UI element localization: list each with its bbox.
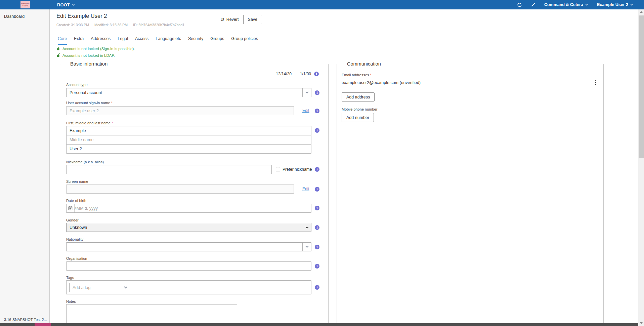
gender-label: Gender [66, 218, 79, 222]
validity-separator: – [295, 72, 297, 76]
info-icon[interactable] [315, 206, 319, 210]
middle-name-input[interactable] [66, 135, 311, 145]
full-name-label: First, middle and last name* [66, 121, 113, 125]
user-menu[interactable]: Example User 2 [597, 2, 633, 7]
gender-select[interactable]: Unknown [66, 223, 311, 232]
screen-name-edit-link[interactable]: Edit [302, 187, 309, 191]
command-menu[interactable]: Command & Cetera [544, 2, 588, 7]
dob-input[interactable] [66, 204, 311, 213]
info-icon[interactable] [315, 245, 319, 249]
tab-group-policies[interactable]: Group policies [231, 36, 258, 45]
add-tag-placeholder: Add a tag [70, 285, 121, 290]
dob-label: Date of birth [66, 199, 86, 203]
account-type-label: Account type [66, 83, 88, 87]
ldap-lock-status-text: Account is not locked in LDAP. [62, 53, 115, 57]
unlock-icon [56, 46, 60, 51]
sidebar: Dashboard 3.16-SNAPSHOT-Test-2... [0, 9, 50, 323]
info-icon[interactable] [315, 109, 319, 113]
add-number-button[interactable]: Add number [342, 113, 374, 122]
top-bar: TOP-BAR LOGO ROOT Command & Cetera Examp… [0, 0, 644, 9]
signin-edit-link[interactable]: Edit [302, 108, 309, 113]
nickname-label: Nickname (a.k.a. alias) [66, 160, 104, 164]
pencil-icon[interactable] [531, 2, 535, 7]
revert-button[interactable]: ↺ Revert [216, 15, 244, 24]
add-tag-select[interactable]: Add a tag [69, 283, 130, 292]
required-marker: * [111, 101, 113, 105]
required-marker: * [370, 73, 371, 77]
tags-field: Add a tag [66, 280, 311, 294]
scroll-down-arrow[interactable] [638, 321, 644, 326]
chevron-down-icon [72, 4, 75, 6]
top-bar-logo: TOP-BAR LOGO [20, 1, 30, 8]
calendar-icon[interactable] [67, 204, 75, 212]
triangle-down-icon [640, 322, 643, 324]
basic-information-legend: Basic information [68, 61, 110, 67]
tab-language-etc[interactable]: Language etc [156, 36, 181, 45]
top-bar-right-cluster: Command & Cetera Example User 2 [517, 0, 633, 9]
screen-name-input[interactable] [66, 185, 294, 194]
version-label: 3.16-SNAPSHOT-Test-2... [4, 318, 47, 322]
nationality-select[interactable] [66, 242, 311, 251]
account-lock-status-text: Account is not locked (Sign-in is possib… [62, 47, 135, 51]
root-menu[interactable]: ROOT [57, 0, 75, 9]
first-name-input[interactable] [66, 126, 311, 135]
chevron-down-icon [303, 227, 311, 229]
info-icon[interactable] [314, 72, 319, 76]
header-actions: ↺ Revert Save [216, 15, 262, 24]
screen-name-label: Screen name [66, 179, 88, 184]
info-icon[interactable] [315, 285, 319, 290]
modified-timestamp: Modified: 3:15:36 PM [94, 23, 128, 27]
kebab-menu-icon[interactable] [593, 80, 598, 85]
scroll-up-arrow[interactable] [638, 9, 644, 14]
logo-text-line2: LOGO [23, 5, 28, 7]
dob-field [66, 204, 311, 213]
horizontal-scrollbar[interactable] [0, 323, 638, 326]
basic-information-section: Basic information 12/14/20 – 1/1/00 Acco… [60, 64, 329, 323]
account-lock-status: Account is not locked (Sign-in is possib… [56, 46, 135, 51]
gender-value: Unknown [67, 225, 303, 230]
nickname-input[interactable] [66, 165, 272, 174]
nationality-label: Nationality [66, 237, 83, 241]
refresh-icon[interactable] [517, 2, 522, 7]
tab-extra[interactable]: Extra [74, 36, 84, 45]
prefer-nickname-checkbox[interactable] [276, 167, 280, 171]
horizontal-scrollbar-accent [35, 323, 51, 326]
tags-label: Tags [66, 276, 74, 280]
tab-legal[interactable]: Legal [118, 36, 128, 45]
organisation-input[interactable] [66, 261, 311, 271]
email-address-row: example.user2@example.com (unverified) [342, 80, 598, 89]
ldap-lock-status: Account is not locked in LDAP. [56, 53, 115, 57]
tab-security[interactable]: Security [188, 36, 203, 45]
notes-textarea[interactable] [66, 304, 237, 323]
revert-icon: ↺ [220, 17, 224, 22]
communication-legend: Communication [344, 61, 384, 67]
save-button[interactable]: Save [243, 15, 262, 24]
info-icon[interactable] [315, 167, 319, 172]
user-menu-label: Example User 2 [597, 2, 628, 7]
info-icon[interactable] [315, 264, 319, 269]
sidebar-item-dashboard[interactable]: Dashboard [0, 13, 49, 20]
account-type-select[interactable]: Personal account [66, 88, 311, 97]
sidebar-item-label: Dashboard [4, 14, 25, 19]
tab-core[interactable]: Core [58, 36, 67, 45]
vertical-scrollbar-thumb[interactable] [639, 15, 644, 158]
triangle-up-icon [640, 11, 643, 13]
tab-groups[interactable]: Groups [210, 36, 224, 45]
prefer-nickname-label: Prefer nickname [283, 167, 312, 172]
add-address-button[interactable]: Add address [342, 92, 375, 101]
last-name-input[interactable] [66, 144, 311, 154]
vertical-scrollbar[interactable] [638, 9, 644, 326]
info-icon[interactable] [315, 90, 319, 95]
info-icon[interactable] [315, 187, 319, 192]
info-icon[interactable] [315, 128, 319, 133]
chevron-down-icon [302, 88, 311, 97]
account-type-value: Personal account [67, 90, 302, 95]
tab-addresses[interactable]: Addresses [91, 36, 111, 45]
info-icon[interactable] [315, 225, 319, 230]
organisation-label: Organisation [66, 256, 87, 260]
tab-access[interactable]: Access [135, 36, 148, 45]
signin-name-input[interactable] [66, 106, 294, 115]
save-button-label: Save [248, 17, 258, 22]
command-menu-label: Command & Cetera [544, 2, 583, 7]
notes-label: Notes [66, 299, 76, 303]
